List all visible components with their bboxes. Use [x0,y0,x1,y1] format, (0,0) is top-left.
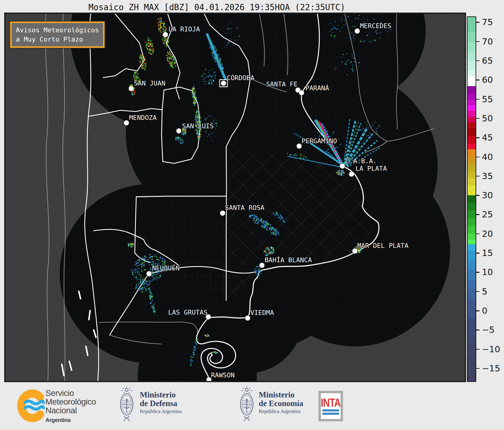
colorbar-tick [476,330,480,330]
colorbar-tick-label: −10 [482,344,500,354]
colorbar-tick [476,310,480,311]
alert-line2: a Muy Corto Plazo [16,35,99,44]
city-label: SANTA FE [266,80,298,88]
colorbar-tick [476,137,480,138]
city-label: PERGAMINO [301,137,337,145]
colorbar-tick [476,41,480,42]
city-label: C.A.B.A. [345,157,377,165]
colorbar-tick [476,349,480,350]
colorbar-tick-label: 10 [482,267,493,277]
defensa-line1: Ministerio [140,391,182,399]
colorbar-tick-label: 70 [482,36,493,47]
colorbar-tick [476,157,480,158]
economia-line2: de Economía [259,399,303,408]
city-label: SAN LUIS [182,122,214,130]
inta-logo-inner: INTA [321,393,341,419]
footer: Servicio Meteorológico Nacional Argentin… [0,382,504,430]
city-label: PARANÁ [305,84,329,92]
city-label: MAR DEL PLATA [357,242,408,249]
coat-of-arms-icon [117,385,136,423]
colorbar-tick-label: 75 [482,17,493,27]
smn-line2: Meteorológico [45,397,96,406]
city-label: NEUQUÉN [152,264,180,272]
radar-map: LA RIOJAMERCEDESSAN JUANCÓRDOBASANTA FEP… [4,13,466,382]
city-label: MENDOZA [129,114,157,121]
economia-text: Ministerio de Economía República Argenti… [259,391,303,414]
alert-line1: Avisos Meteorológicos [16,25,99,35]
colorbar-tick-label: 45 [482,132,493,143]
smn-line3: Nacional [45,406,96,415]
defensa-text: Ministerio de Defensa República Argentin… [140,391,182,414]
smn-line1: Servicio [45,389,96,397]
colorbar-tick-label: 50 [482,113,493,123]
smn-logo-icon [17,388,45,423]
colorbar-tick [476,253,480,254]
colorbar-tick-label: 40 [482,152,493,162]
colorbar-tick [476,272,480,273]
colorbar-tick-label: −5 [482,325,495,335]
colorbar-tick [476,291,480,292]
inta-logo: INTA [318,391,343,421]
economia-line1: Ministerio [259,391,303,399]
defensa-line3: República Argentina [140,408,182,414]
colorbar-tick [476,195,480,196]
inta-bar-2 [322,413,339,415]
city-label: RAWSON [211,371,235,379]
colorbar-tick [476,80,480,80]
city-label: LA PLATA [356,165,387,172]
colorbar-tick [476,368,480,369]
page-title: Mosaico ZH MAX [dBZ] 04.01.2026 19:35HOA… [88,2,345,12]
colorbar-tick-label: 55 [482,94,493,104]
colorbar-tick [476,214,480,215]
dbz-colorbar [467,16,476,382]
dot-texture [5,13,465,382]
smn-logo-text: Servicio Meteorológico Nacional Argentin… [45,389,96,424]
colorbar-tick-label: 5 [482,286,487,297]
smn-line4: Argentina [45,416,96,424]
colorbar-tick-label: 60 [482,75,493,85]
colorbar-tick [476,234,480,234]
colorbar-tick-label: −15 [482,363,500,373]
coat-of-arms-icon [237,385,256,423]
colorbar-tick-label: 30 [482,190,493,200]
colorbar-tick [476,22,480,23]
colorbar-tick-label: 20 [482,229,493,239]
colorbar-tick [476,60,480,61]
colorbar-tick-label: 35 [482,171,493,181]
city-label: LAS GRUTAS [168,309,208,316]
colorbar-tick [476,176,480,177]
colorbar-tick-label: 65 [482,56,493,66]
colorbar-tick [476,99,480,100]
inta-bar-1 [322,409,339,411]
colorbar-tick [476,118,480,119]
colorbar-tick-label: 0 [482,306,487,316]
colorbar-tick-label: 15 [482,248,493,258]
radar-mosaic-screen: Mosaico ZH MAX [dBZ] 04.01.2026 19:35HOA… [0,0,504,430]
defensa-line2: de Defensa [140,399,182,408]
city-label: LA RIOJA [168,25,200,33]
city-label: VIEDMA [250,309,274,316]
economia-line3: República Argentina [259,408,303,414]
city-label: SANTA ROSA [225,204,264,211]
map-canvas: LA RIOJAMERCEDESSAN JUANCÓRDOBASANTA FEP… [5,13,465,382]
colorbar-tick-label: 25 [482,209,493,219]
alert-banner[interactable]: Avisos Meteorológicos a Muy Corto Plazo [10,22,105,48]
city-label: MERCEDES [360,22,392,30]
city-label: BAHÍA BLANCA [265,256,312,264]
city-label: SAN JUAN [134,80,166,87]
city-label: CÓRDOBA [227,74,254,82]
inta-wordmark: INTA [321,396,341,410]
